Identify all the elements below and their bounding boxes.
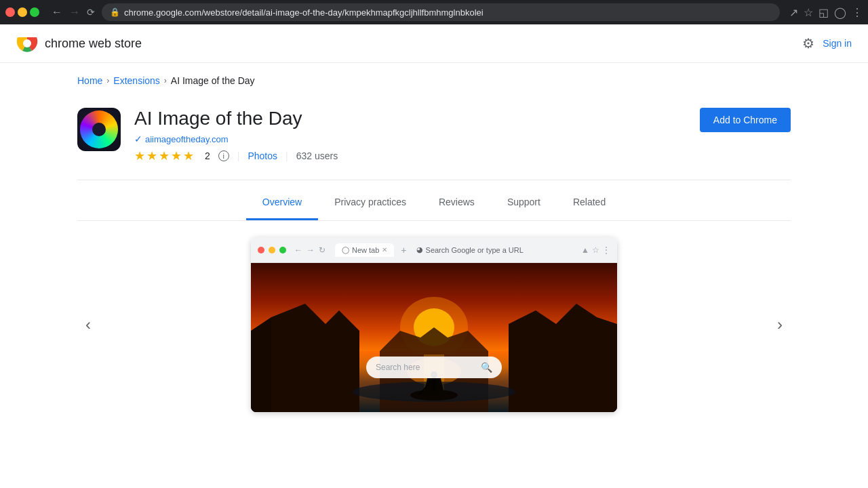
nav-arrows: ← → ⟳ <box>49 5 98 20</box>
refresh-button[interactable]: ⟳ <box>87 5 95 20</box>
tab-related[interactable]: Related <box>557 186 622 220</box>
ss-new-tab-icon: + <box>401 245 406 256</box>
svg-point-2 <box>23 39 31 47</box>
author-link[interactable]: aiimageoftheday.com <box>145 134 229 144</box>
verified-icon: ✓ <box>134 134 142 144</box>
close-button[interactable] <box>5 7 15 17</box>
window-controls <box>5 7 39 17</box>
extension-icon-inner <box>80 110 118 148</box>
meta-separator-1: | <box>237 150 240 161</box>
breadcrumb-current: AI Image of the Day <box>171 75 255 86</box>
star-2: ★ <box>146 148 157 163</box>
screenshot-content: Search here 🔍 <box>251 263 617 412</box>
breadcrumb-sep-2: › <box>164 76 167 85</box>
ext-header-left: AI Image of the Day ✓ aiimageoftheday.co… <box>77 108 338 163</box>
svg-marker-8 <box>251 317 271 412</box>
sign-in-button[interactable]: Sign in <box>823 38 852 49</box>
add-to-chrome-button[interactable]: Add to Chrome <box>700 108 791 132</box>
ss-min-dot <box>269 247 275 253</box>
star-3: ★ <box>159 148 170 163</box>
tab-overview[interactable]: Overview <box>246 186 318 220</box>
tab-support[interactable]: Support <box>491 186 557 220</box>
ss-forward-icon: → <box>307 245 315 255</box>
star-4: ★ <box>171 148 182 163</box>
share-button[interactable]: ↗ <box>789 6 798 19</box>
svg-rect-17 <box>432 378 436 390</box>
ss-tab-close-icon: ✕ <box>382 246 387 253</box>
ss-bookmark-icon: ▲ <box>581 245 589 255</box>
ss-menu-icon: ⋮ <box>602 245 610 255</box>
meta-separator-2: | <box>285 150 288 161</box>
ss-tab: ◯ New tab ✕ <box>335 243 394 257</box>
extension-icon-center <box>92 123 106 136</box>
lock-icon: 🔒 <box>110 7 120 17</box>
extension-icon <box>77 108 121 151</box>
extension-info: AI Image of the Day ✓ aiimageoftheday.co… <box>134 108 338 163</box>
screenshot-toolbar: ← → ↻ ◯ New tab ✕ + ◕ Search Google or t… <box>251 237 617 263</box>
store-header: chrome web store ⚙ Sign in <box>0 24 868 63</box>
prev-screenshot-button[interactable]: ‹ <box>77 307 99 342</box>
ss-address-bar: ◕ Search Google or type a URL <box>411 243 578 257</box>
header-left: chrome web store <box>16 33 142 54</box>
star-5: ★ <box>183 148 194 163</box>
preview-area: ‹ ← → ↻ ◯ New tab ✕ + ◕ Search Goog <box>77 221 791 428</box>
store-title: chrome web store <box>45 37 142 51</box>
tab-reviews[interactable]: Reviews <box>422 186 491 220</box>
star-1: ★ <box>134 148 145 163</box>
screenshot-search-bar: Search here 🔍 <box>366 357 502 378</box>
ss-tab-favicon: ◯ <box>342 246 349 253</box>
ss-refresh-icon: ↻ <box>319 245 326 255</box>
bookmark-button[interactable]: ☆ <box>804 6 813 19</box>
menu-button[interactable]: ⋮ <box>852 6 863 19</box>
search-placeholder-text: Search here <box>376 363 420 372</box>
screenshot-image <box>251 263 617 412</box>
rating-info-icon[interactable]: i <box>218 150 229 161</box>
ss-address-text: Search Google or type a URL <box>426 246 524 254</box>
extension-meta: ★ ★ ★ ★ ★ 2 i | Photos | 632 users <box>134 148 338 163</box>
browser-actions: ↗ ☆ ◱ ◯ ⋮ <box>789 6 863 19</box>
maximize-button[interactable] <box>30 7 39 17</box>
ss-star-icon: ☆ <box>592 245 599 255</box>
extension-name: AI Image of the Day <box>134 108 338 129</box>
back-button[interactable]: ← <box>49 5 65 20</box>
screenshot-container: ← → ↻ ◯ New tab ✕ + ◕ Search Google or t… <box>251 237 617 412</box>
users-count: 632 users <box>296 150 338 161</box>
ss-back-icon: ← <box>294 245 302 255</box>
breadcrumb-sep-1: › <box>106 76 109 85</box>
tab-privacy-practices[interactable]: Privacy practices <box>318 186 422 220</box>
forward-button[interactable]: → <box>66 5 83 20</box>
next-screenshot-button[interactable]: › <box>769 307 791 342</box>
chrome-logo-icon <box>16 33 38 54</box>
main-content: Home › Extensions › AI Image of the Day … <box>61 63 807 428</box>
profile-button[interactable]: ◯ <box>834 6 846 19</box>
url-text: chrome.google.com/webstore/detail/ai-ima… <box>124 7 484 18</box>
ss-close-dot <box>258 247 264 253</box>
svg-marker-7 <box>271 304 359 412</box>
ss-address-globe-icon: ◕ <box>416 245 423 254</box>
minimize-button[interactable] <box>18 7 27 17</box>
svg-marker-9 <box>509 304 617 412</box>
extension-tabs: Overview Privacy practices Reviews Suppo… <box>77 186 791 221</box>
extensions-button[interactable]: ◱ <box>818 6 829 19</box>
ss-max-dot <box>279 247 286 253</box>
extension-header: AI Image of the Day ✓ aiimageoftheday.co… <box>77 100 791 180</box>
search-icon: 🔍 <box>481 362 492 373</box>
ss-action-buttons: ▲ ☆ ⋮ <box>581 245 610 255</box>
browser-chrome: ← → ⟳ 🔒 chrome.google.com/webstore/detai… <box>0 0 868 24</box>
header-right: ⚙ Sign in <box>802 35 852 52</box>
rating-count: 2 <box>205 150 210 161</box>
breadcrumb: Home › Extensions › AI Image of the Day <box>77 63 791 100</box>
extension-author: ✓ aiimageoftheday.com <box>134 134 338 144</box>
address-bar[interactable]: 🔒 chrome.google.com/webstore/detail/ai-i… <box>102 3 780 21</box>
settings-button[interactable]: ⚙ <box>802 35 814 52</box>
ss-tab-label: New tab <box>352 246 379 254</box>
breadcrumb-home[interactable]: Home <box>77 75 102 86</box>
category-link[interactable]: Photos <box>248 150 277 161</box>
star-rating: ★ ★ ★ ★ ★ <box>134 148 194 163</box>
breadcrumb-extensions[interactable]: Extensions <box>113 75 159 86</box>
